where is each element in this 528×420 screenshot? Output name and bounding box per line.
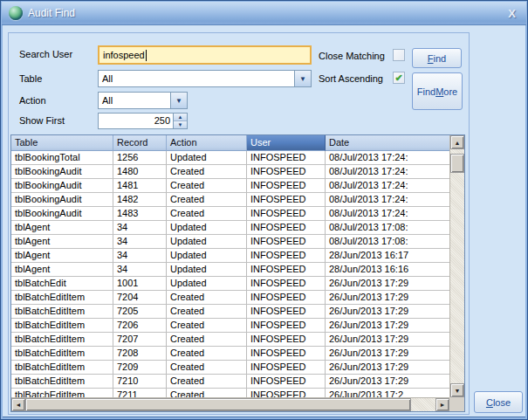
cell-action: Created: [167, 193, 247, 207]
close-icon[interactable]: X: [504, 7, 519, 20]
table-row[interactable]: tblBatchEditItem 7211 Created INFOSPEED …: [11, 389, 449, 397]
table-row[interactable]: tblBookingAudit 1480 Created INFOSPEED 0…: [11, 165, 449, 179]
cell-date: 08/Jul/2013 17:24:: [326, 151, 449, 165]
action-dropdown[interactable]: All ▼: [98, 92, 188, 109]
cell-action: Created: [167, 319, 247, 333]
scroll-up-icon[interactable]: ▲: [450, 135, 464, 149]
vertical-scrollbar[interactable]: ▲ ▼: [449, 135, 464, 397]
search-user-input[interactable]: infospeed: [98, 45, 312, 65]
table-row[interactable]: tblBookingAudit 1483 Created INFOSPEED 0…: [11, 207, 449, 221]
cell-action: Updated: [167, 151, 247, 165]
table-row[interactable]: tblBatchEditItem 7208 Created INFOSPEED …: [11, 347, 449, 361]
horizontal-scroll-thumb[interactable]: [25, 398, 411, 411]
cell-date: 08/Jul/2013 17:08:: [326, 221, 449, 235]
column-header-table[interactable]: Table: [11, 135, 113, 151]
close-matching-checkbox[interactable]: [393, 49, 405, 61]
cell-record: 7209: [113, 361, 167, 375]
cell-table: tblBatchEditItem: [11, 361, 113, 375]
cell-table: tblBookingAudit: [11, 193, 113, 207]
cell-date: 08/Jul/2013 17:08:: [326, 235, 449, 249]
table-dropdown[interactable]: All ▼: [98, 70, 312, 87]
scroll-down-icon[interactable]: ▼: [450, 383, 464, 397]
chevron-down-icon[interactable]: ▼: [294, 71, 311, 86]
cell-table: tblBatchEditItem: [11, 375, 113, 389]
column-header-user[interactable]: User: [247, 135, 326, 151]
cell-record: 7208: [113, 347, 167, 361]
globe-icon: [9, 6, 23, 20]
show-first-stepper[interactable]: 250 ▲ ▼: [98, 113, 188, 129]
table-row[interactable]: tblBatchEditItem 7204 Created INFOSPEED …: [11, 291, 449, 305]
cell-date: 26/Jun/2013 17:29: [326, 291, 449, 305]
cell-date: 26/Jun/2013 17:29: [326, 361, 449, 375]
action-dropdown-value: All: [99, 95, 170, 106]
spin-down-icon[interactable]: ▼: [174, 121, 187, 128]
sort-ascending-label: Sort Ascending: [319, 73, 383, 84]
table-row[interactable]: tblBatchEditItem 7206 Created INFOSPEED …: [11, 319, 449, 333]
audit-find-dialog: Audit Find X Search User infospeed Table…: [0, 0, 528, 420]
table-row[interactable]: tblBookingTotal 1256 Updated INFOSPEED 0…: [11, 151, 449, 165]
cell-date: 26/Jun/2013 17:29: [326, 347, 449, 361]
results-grid: Table Record Action User Date tblBooking…: [10, 134, 465, 412]
find-more-button[interactable]: Find More: [412, 72, 463, 110]
table-row[interactable]: tblAgent 34 Updated INFOSPEED 08/Jul/201…: [11, 221, 449, 235]
table-row[interactable]: tblBatchEditItem 7205 Created INFOSPEED …: [11, 305, 449, 319]
horizontal-scrollbar[interactable]: ◄ ►: [11, 397, 449, 411]
table-row[interactable]: tblBookingAudit 1482 Created INFOSPEED 0…: [11, 193, 449, 207]
table-row[interactable]: tblBatchEditItem 7207 Created INFOSPEED …: [11, 333, 449, 347]
vertical-scroll-thumb[interactable]: [450, 154, 464, 173]
cell-user: INFOSPEED: [247, 291, 326, 305]
cell-user: INFOSPEED: [247, 347, 326, 361]
cell-date: 26/Jun/2013 17:29: [326, 333, 449, 347]
column-header-date[interactable]: Date: [326, 135, 449, 151]
cell-table: tblBatchEditItem: [11, 305, 113, 319]
cell-date: 08/Jul/2013 17:24:: [326, 207, 449, 221]
cell-record: 1483: [113, 207, 167, 221]
table-row[interactable]: tblAgent 34 Updated INFOSPEED 08/Jul/201…: [11, 235, 449, 249]
cell-table: tblAgent: [11, 235, 113, 249]
cell-user: INFOSPEED: [247, 151, 326, 165]
cell-user: INFOSPEED: [247, 277, 326, 291]
cell-record: 1256: [113, 151, 167, 165]
cell-user: INFOSPEED: [247, 333, 326, 347]
table-row[interactable]: tblBatchEditItem 7209 Created INFOSPEED …: [11, 361, 449, 375]
sort-ascending-checkbox[interactable]: ✔: [393, 72, 405, 84]
column-header-action[interactable]: Action: [167, 135, 247, 151]
cell-user: INFOSPEED: [247, 389, 326, 397]
checkmark-icon: ✔: [394, 73, 402, 83]
action-label: Action: [19, 95, 46, 106]
cell-action: Created: [167, 389, 247, 397]
find-button[interactable]: Find: [412, 48, 462, 68]
table-row[interactable]: tblAgent 34 Updated INFOSPEED 28/Jun/201…: [11, 263, 449, 277]
horizontal-scroll-track[interactable]: [411, 398, 435, 411]
cell-user: INFOSPEED: [247, 305, 326, 319]
cell-table: tblAgent: [11, 249, 113, 263]
chevron-down-icon[interactable]: ▼: [170, 93, 187, 108]
table-row[interactable]: tblAgent 34 Updated INFOSPEED 28/Jun/201…: [11, 249, 449, 263]
scroll-left-icon[interactable]: ◄: [11, 398, 25, 411]
cell-table: tblAgent: [11, 263, 113, 277]
cell-user: INFOSPEED: [247, 193, 326, 207]
table-row[interactable]: tblBatchEditItem 7210 Created INFOSPEED …: [11, 375, 449, 389]
cell-record: 34: [113, 249, 167, 263]
cell-user: INFOSPEED: [247, 165, 326, 179]
cell-date: 26/Jun/2013 17:2: [326, 389, 449, 397]
scroll-right-icon[interactable]: ►: [435, 398, 449, 411]
spin-up-icon[interactable]: ▲: [174, 114, 187, 121]
cell-action: Created: [167, 305, 247, 319]
cell-table: tblBatchEditItem: [11, 319, 113, 333]
cell-table: tblBookingAudit: [11, 165, 113, 179]
cell-record: 7210: [113, 375, 167, 389]
cell-date: 26/Jun/2013 17:29: [326, 305, 449, 319]
table-row[interactable]: tblBatchEdit 1001 Updated INFOSPEED 26/J…: [11, 277, 449, 291]
cell-user: INFOSPEED: [247, 179, 326, 193]
column-header-record[interactable]: Record: [113, 135, 167, 151]
titlebar: Audit Find X: [2, 2, 526, 25]
cell-date: 26/Jun/2013 17:29: [326, 375, 449, 389]
cell-table: tblAgent: [11, 221, 113, 235]
cell-date: 28/Jun/2013 16:16: [326, 263, 449, 277]
cell-table: tblBookingTotal: [11, 151, 113, 165]
grid-main: Table Record Action User Date tblBooking…: [11, 135, 449, 397]
close-button[interactable]: Close: [474, 391, 523, 413]
cell-action: Created: [167, 375, 247, 389]
table-row[interactable]: tblBookingAudit 1481 Created INFOSPEED 0…: [11, 179, 449, 193]
